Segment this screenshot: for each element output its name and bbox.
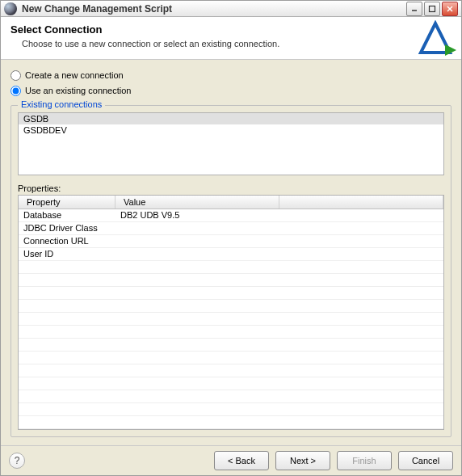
col-property[interactable]: Property <box>19 196 116 209</box>
table-row <box>19 313 443 326</box>
page-title: Select Connection <box>10 23 279 36</box>
cancel-button[interactable]: Cancel <box>398 451 453 470</box>
table-row <box>19 339 443 352</box>
help-button[interactable]: ? <box>9 453 25 469</box>
table-row[interactable]: Connection URL <box>19 235 443 248</box>
wizard-header: Select Connection Choose to use a new co… <box>1 17 461 60</box>
table-row <box>19 390 443 403</box>
table-row <box>19 364 443 377</box>
table-row <box>19 326 443 339</box>
back-button[interactable]: < Back <box>214 451 269 470</box>
col-spacer <box>279 196 443 209</box>
page-subtitle: Choose to use a new connection or select… <box>10 39 279 48</box>
table-row[interactable]: JDBC Driver Class <box>19 222 443 235</box>
wizard-body: Create a new connection Use an existing … <box>1 60 461 445</box>
radio-create-connection[interactable]: Create a new connection <box>10 70 452 81</box>
cell-property: JDBC Driver Class <box>19 223 116 233</box>
list-item[interactable]: GSDB <box>19 113 443 124</box>
finish-button[interactable]: Finish <box>337 451 392 470</box>
wizard-banner-icon <box>418 20 456 59</box>
radio-use-input[interactable] <box>10 86 21 96</box>
maximize-button[interactable] <box>424 2 440 16</box>
properties-table: Property Value DatabaseDB2 UDB V9.5JDBC … <box>18 195 444 430</box>
table-row[interactable]: User ID <box>19 248 443 261</box>
close-button[interactable] <box>442 2 458 16</box>
wizard-footer: ? < Back Next > Finish Cancel <box>1 445 461 475</box>
table-header: Property Value <box>19 196 443 209</box>
app-icon <box>4 2 17 15</box>
cell-property: Database <box>19 210 116 220</box>
table-row <box>19 287 443 300</box>
properties-label: Properties: <box>18 183 444 193</box>
svg-rect-1 <box>430 6 435 11</box>
table-row <box>19 377 443 390</box>
header-text: Select Connection Choose to use a new co… <box>10 23 279 48</box>
cell-property: Connection URL <box>19 236 116 246</box>
table-row <box>19 300 443 313</box>
table-row <box>19 403 443 416</box>
radio-use-label: Use an existing connection <box>25 86 131 95</box>
cell-value: DB2 UDB V9.5 <box>116 210 443 220</box>
table-row <box>19 416 443 429</box>
list-item[interactable]: GSDBDEV <box>19 124 443 136</box>
radio-use-existing[interactable]: Use an existing connection <box>10 86 452 96</box>
titlebar: New Change Management Script <box>1 1 461 17</box>
next-button[interactable]: Next > <box>275 451 330 470</box>
table-row[interactable]: DatabaseDB2 UDB V9.5 <box>19 209 443 222</box>
table-row <box>19 261 443 274</box>
window-controls <box>406 2 458 16</box>
radio-create-input[interactable] <box>10 70 21 81</box>
window-title: New Change Management Script <box>22 3 406 15</box>
connection-list[interactable]: GSDBGSDBDEV <box>18 112 444 175</box>
group-title: Existing connections <box>18 99 105 109</box>
minimize-button[interactable] <box>406 2 422 16</box>
table-body: DatabaseDB2 UDB V9.5JDBC Driver ClassCon… <box>19 209 443 429</box>
wizard-window: New Change Management Script Select Conn… <box>0 0 462 476</box>
col-value[interactable]: Value <box>116 196 279 209</box>
table-row <box>19 352 443 364</box>
radio-create-label: Create a new connection <box>25 70 124 80</box>
table-row <box>19 274 443 287</box>
existing-connections-group: Existing connections GSDBGSDBDEV Propert… <box>10 105 452 437</box>
cell-property: User ID <box>19 249 116 259</box>
